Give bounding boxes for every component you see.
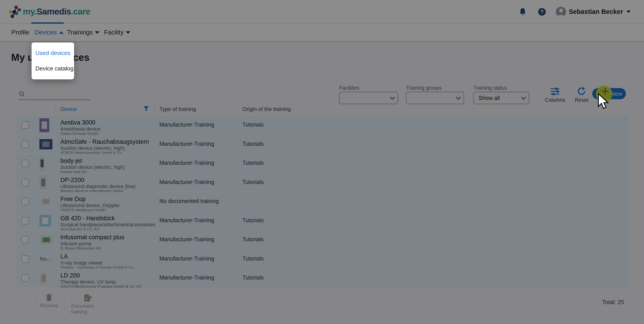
mouse-cursor	[598, 93, 609, 109]
menu-item-device-catalog[interactable]: Device catalog	[35, 65, 74, 72]
modal-backdrop[interactable]	[0, 0, 644, 324]
menu-divider	[32, 60, 74, 61]
menu-item-used-devices[interactable]: Used devices	[35, 50, 70, 56]
devices-dropdown-menu: Used devices Device catalog	[32, 42, 74, 79]
